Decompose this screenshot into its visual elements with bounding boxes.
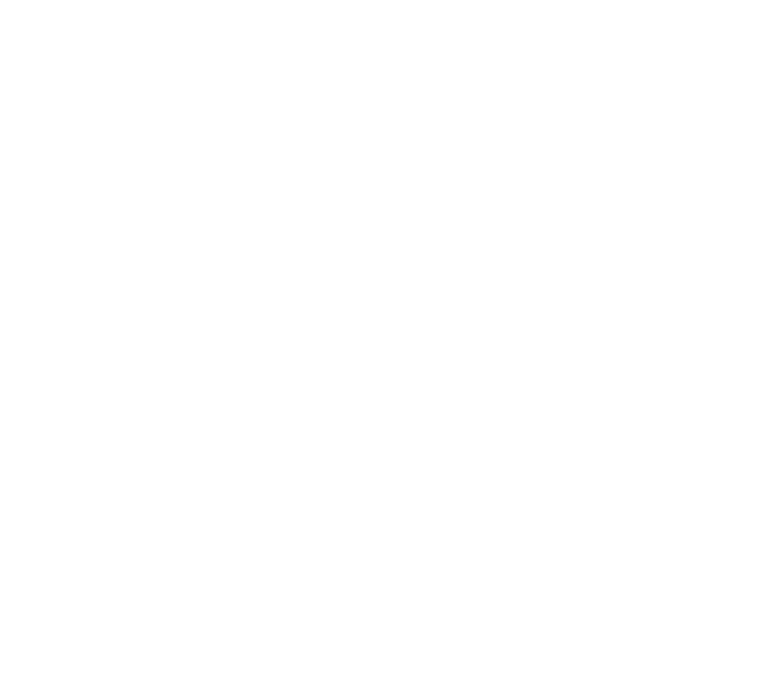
diagram-container: FIG. 2 [0,0,784,685]
